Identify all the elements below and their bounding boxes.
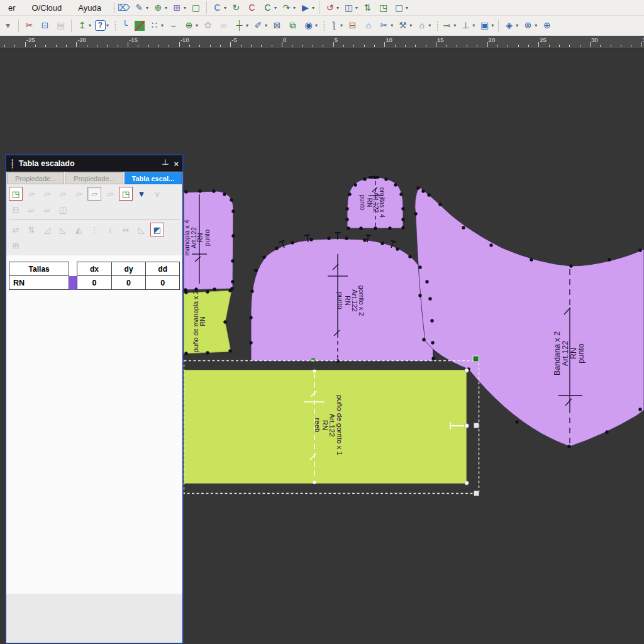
grade-export-icon[interactable]: ◳	[9, 187, 23, 201]
gem-plus-icon[interactable]: ◈▾	[502, 18, 519, 33]
perpendicular-icon[interactable]: ⊥▾	[458, 18, 476, 33]
dropdown-caret-icon[interactable]: ▾	[472, 23, 475, 28]
circle-x-icon[interactable]: ⊗▾	[521, 18, 538, 33]
selection-point[interactable]	[465, 369, 469, 372]
direction-arrow-icon[interactable]: ▶▾	[298, 0, 316, 15]
curve-graph-icon[interactable]: ╰	[118, 18, 132, 33]
hammer-icon[interactable]: ⚒▾	[396, 18, 413, 33]
ruler-icon[interactable]: ⊟	[345, 18, 360, 33]
copy-icon[interactable]: ⊡	[38, 18, 52, 33]
dropdown-caret-icon[interactable]: ▾	[196, 23, 198, 28]
dropdown-caret-icon[interactable]: ▾	[315, 23, 318, 28]
dropdown-caret-icon[interactable]: ▾	[355, 5, 358, 11]
dx-cell[interactable]: 0	[77, 276, 112, 290]
smooth-curve-icon[interactable]: ⌣	[166, 18, 180, 33]
select-pieces-icon[interactable]: ⊠	[270, 18, 284, 33]
help-icon[interactable]: ?▾	[94, 18, 110, 33]
dropdown-caret-icon[interactable]: ▾	[336, 5, 339, 11]
sewing-machine-icon[interactable]: ▣▾	[477, 18, 495, 33]
awl-icon[interactable]: ✐▾	[251, 18, 269, 33]
swing-curve-icon[interactable]: ↷▾	[279, 0, 297, 15]
menu-ocloud[interactable]: O/Cloud	[24, 0, 70, 16]
marquee-icon[interactable]: ▢	[189, 0, 203, 15]
dropdown-caret-icon[interactable]: ▾	[274, 5, 277, 11]
point-on-line-icon[interactable]: ⊸▾	[440, 18, 457, 33]
menu-er[interactable]: er	[0, 0, 24, 16]
grade-table-icon[interactable]: ◩	[150, 223, 164, 236]
fabric-swatch-icon[interactable]	[133, 18, 146, 33]
grid-circle-icon[interactable]: ⊕	[540, 18, 554, 33]
grid-circle-icon: ⊕	[541, 19, 553, 31]
marquee-handle-top-right[interactable]	[473, 356, 479, 362]
dropdown-caret-icon[interactable]: ▾	[406, 5, 408, 11]
snap-cross-icon[interactable]: ┼▾	[232, 18, 250, 33]
tab-tabla-escalado[interactable]: Tabla escal...	[125, 172, 182, 184]
marquee-handle-bottom[interactable]	[474, 491, 479, 496]
dropdown-caret-icon[interactable]: ▾	[146, 5, 148, 11]
export-piece-icon[interactable]: ↥▾	[75, 18, 92, 33]
cut-icon[interactable]: ✂	[22, 18, 36, 33]
tab-propiedades-2[interactable]: Propiedade...	[65, 172, 123, 184]
dropdown-caret-icon[interactable]: ▾	[161, 23, 164, 28]
measure-c-green-icon[interactable]: C▾	[260, 0, 278, 15]
grade-import-icon[interactable]: ◳	[119, 187, 133, 201]
grading-dots-icon[interactable]: ∷▾	[147, 18, 165, 33]
dropdown-caret-icon[interactable]: ▾	[453, 23, 456, 28]
garment-cut-icon[interactable]: ✂▾	[377, 18, 394, 33]
selection-point[interactable]	[465, 424, 469, 428]
dropdown-caret-icon[interactable]: ▾	[224, 5, 226, 11]
curve-plus-icon[interactable]: ⊕▾	[182, 18, 199, 33]
overflow-caret-icon[interactable]: ▾	[1, 18, 15, 33]
swap-vertical-icon[interactable]: ⇅	[360, 0, 375, 15]
size-name-cell[interactable]: RN	[9, 276, 69, 290]
garment-pair-icon[interactable]: ⌂▾	[414, 18, 432, 33]
globe-icon[interactable]: ◉▾	[301, 18, 319, 33]
dropdown-caret-icon[interactable]: ▾	[106, 23, 109, 28]
size-color-cell[interactable]	[69, 276, 77, 290]
dropdown-caret-icon[interactable]: ▾	[246, 23, 248, 28]
dropdown-caret-icon[interactable]: ▾	[391, 23, 393, 28]
dy-cell[interactable]: 0	[111, 276, 146, 290]
dropdown-caret-icon[interactable]: ▾	[165, 5, 167, 11]
dropdown-caret-icon[interactable]: ▾	[409, 23, 412, 28]
pen-icon[interactable]: ✎▾	[132, 0, 150, 15]
shoe-tool-icon[interactable]: ƪ▾	[326, 18, 344, 33]
dropdown-caret-icon[interactable]: ▾	[293, 5, 296, 11]
dropdown-caret-icon[interactable]: ▾	[340, 23, 343, 28]
panel-titlebar[interactable]: ┊ Tabla escalado ┴ ×	[6, 155, 182, 172]
rotate-piece-icon[interactable]: ◳	[376, 0, 391, 15]
grade-xy-icon[interactable]: ▱	[87, 187, 101, 201]
ruler-tick	[343, 45, 344, 47]
piece-manopla-shape[interactable]	[184, 191, 233, 290]
mirror-icon[interactable]: ◫▾	[341, 0, 359, 15]
dropdown-caret-icon[interactable]: ▾	[265, 23, 267, 28]
garment-plus-icon[interactable]: ⌂	[361, 18, 375, 33]
add-point-icon[interactable]: ⊕▾	[151, 0, 169, 15]
dropdown-caret-icon[interactable]: ▾	[184, 5, 186, 11]
dropdown-caret-icon[interactable]: ▾	[535, 23, 537, 28]
pages-plus-icon[interactable]: ⧉	[286, 18, 300, 33]
grade-angle-icon: ◺	[135, 223, 148, 236]
rotate-ccw-red-icon[interactable]: ↺▾	[323, 0, 340, 15]
add-table-icon[interactable]: ⊞▾	[170, 0, 187, 15]
tab-propiedades-1[interactable]: Propiedade...	[7, 172, 64, 184]
piece-gorrito-shape[interactable]	[251, 239, 433, 362]
close-icon[interactable]: ×	[174, 160, 179, 168]
dropdown-caret-icon[interactable]: ▾	[89, 23, 91, 28]
menu-ayuda[interactable]: Ayuda	[70, 0, 109, 16]
selection-point[interactable]	[465, 481, 469, 485]
dropdown-caret-icon[interactable]: ▾	[428, 23, 431, 28]
trash-icon[interactable]: ⌦	[116, 0, 131, 15]
corner-c-icon[interactable]: C▾	[210, 0, 228, 15]
pin-icon[interactable]: ┴	[162, 160, 168, 168]
grade-dropdown-icon[interactable]: ▼	[135, 187, 148, 201]
dashed-piece-icon[interactable]: ▢▾	[392, 0, 409, 15]
dd-cell[interactable]: 0	[146, 276, 180, 290]
measure-c-red-icon[interactable]: C	[245, 0, 259, 15]
dropdown-caret-icon[interactable]: ▾	[491, 23, 494, 28]
dropdown-caret-icon[interactable]: ▾	[516, 23, 518, 28]
rotate-cw-icon[interactable]: ↻	[229, 0, 243, 15]
piece-puno-gorrito-shape[interactable]	[184, 370, 467, 484]
marquee-handle-middle[interactable]	[474, 423, 479, 428]
dropdown-caret-icon[interactable]: ▾	[312, 5, 314, 11]
